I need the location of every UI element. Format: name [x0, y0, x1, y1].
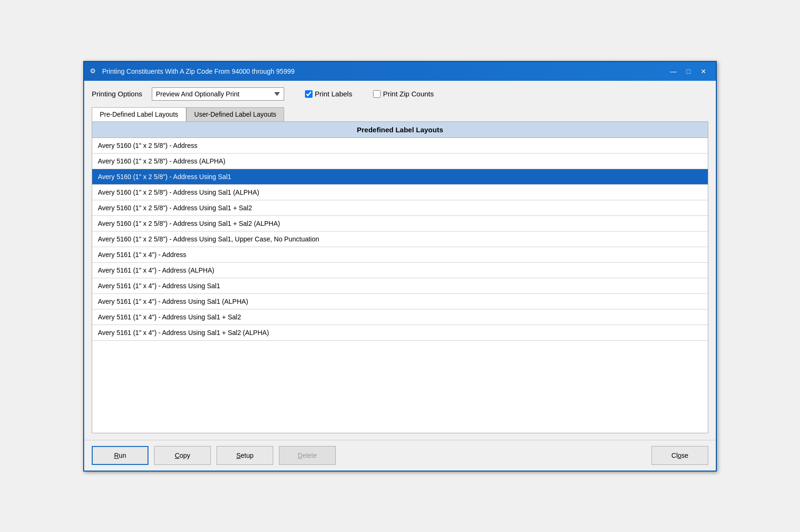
printing-options-dropdown[interactable]: Preview And Optionally Print Print Direc… [152, 87, 284, 101]
print-labels-group: Print Labels [305, 90, 352, 98]
delete-underline: Delete [298, 452, 317, 459]
list-item[interactable]: Avery 5161 (1" x 4") - Address [92, 247, 708, 263]
list-item[interactable]: Avery 5161 (1" x 4") - Address Using Sal… [92, 325, 708, 341]
tab-userdefined[interactable]: User-Defined Label Layouts [186, 107, 285, 121]
list-item[interactable]: Avery 5161 (1" x 4") - Address Using Sal… [92, 278, 708, 294]
main-window: ⚙ Printing Constituents With A Zip Code … [83, 61, 717, 472]
close-title-button[interactable]: ✕ [697, 66, 710, 77]
copy-button[interactable]: Copy [154, 446, 211, 465]
top-bar: Printing Options Preview And Optionally … [92, 87, 708, 101]
title-bar: ⚙ Printing Constituents With A Zip Code … [84, 62, 716, 81]
window-icon: ⚙ [90, 67, 98, 76]
title-bar-controls: — □ ✕ [667, 66, 710, 77]
delete-button: Delete [279, 446, 336, 465]
label-list-container[interactable]: Predefined Label Layouts Avery 5160 (1" … [92, 121, 708, 433]
close-underline: Close [671, 452, 688, 459]
setup-button[interactable]: Setup [217, 446, 273, 465]
list-item[interactable]: Avery 5161 (1" x 4") - Address Using Sal… [92, 294, 708, 309]
title-bar-left: ⚙ Printing Constituents With A Zip Code … [90, 67, 295, 76]
copy-underline: Copy [175, 452, 191, 459]
content-area: Printing Options Preview And Optionally … [84, 81, 716, 440]
close-button[interactable]: Close [652, 446, 708, 465]
list-item[interactable]: Avery 5160 (1" x 2 5/8") - Address Using… [92, 185, 708, 200]
list-item[interactable]: Avery 5160 (1" x 2 5/8") - Address (ALPH… [92, 154, 708, 169]
printing-options-label: Printing Options [92, 90, 142, 98]
list-item[interactable]: Avery 5161 (1" x 4") - Address (ALPHA) [92, 263, 708, 278]
list-item[interactable]: Avery 5161 (1" x 4") - Address Using Sal… [92, 309, 708, 325]
list-header: Predefined Label Layouts [92, 122, 708, 138]
list-item[interactable]: Avery 5160 (1" x 2 5/8") - Address Using… [92, 200, 708, 216]
maximize-button[interactable]: □ [682, 66, 695, 77]
window-title: Printing Constituents With A Zip Code Fr… [102, 68, 295, 75]
tabs-container: Pre-Defined Label Layouts User-Defined L… [92, 107, 708, 121]
setup-underline: Setup [236, 452, 254, 459]
print-labels-label: Print Labels [315, 90, 352, 98]
print-zip-counts-checkbox[interactable] [373, 90, 381, 98]
list-item[interactable]: Avery 5160 (1" x 2 5/8") - Address Using… [92, 216, 708, 232]
tab-predefined[interactable]: Pre-Defined Label Layouts [92, 107, 186, 121]
list-item[interactable]: Avery 5160 (1" x 2 5/8") - Address Using… [92, 232, 708, 247]
list-item-selected[interactable]: Avery 5160 (1" x 2 5/8") - Address Using… [92, 169, 708, 185]
print-zip-counts-group: Print Zip Counts [373, 90, 434, 98]
run-button[interactable]: Run [92, 446, 148, 465]
run-underline: Run [114, 452, 126, 459]
list-item[interactable]: Avery 5160 (1" x 2 5/8") - Address [92, 138, 708, 154]
minimize-button[interactable]: — [667, 66, 680, 77]
bottom-bar: Run Copy Setup Delete Close [84, 440, 716, 471]
print-zip-counts-label: Print Zip Counts [383, 90, 434, 98]
print-labels-checkbox[interactable] [305, 90, 313, 98]
